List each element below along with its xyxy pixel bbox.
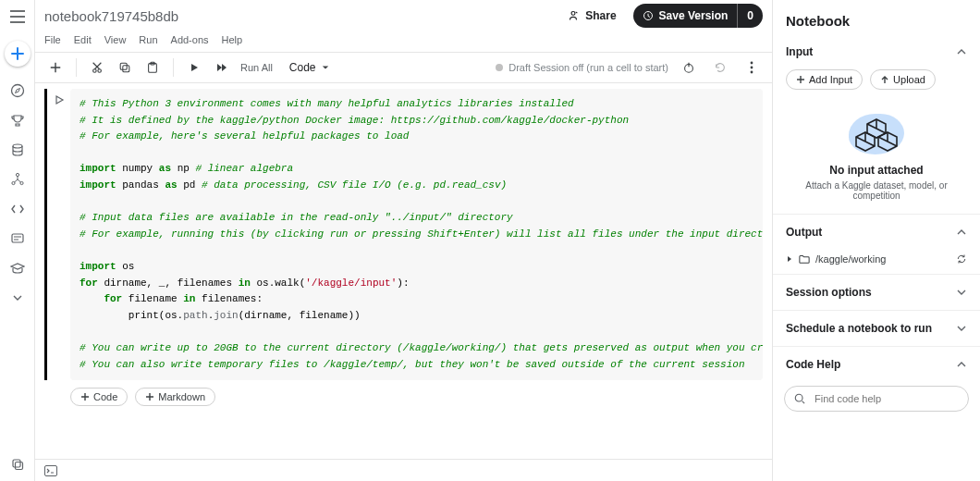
- menu-edit[interactable]: Edit: [74, 34, 92, 45]
- chevron-up-icon: [956, 359, 967, 370]
- more-button[interactable]: [741, 56, 763, 79]
- boxes-icon: [849, 114, 904, 154]
- power-button[interactable]: [678, 56, 700, 79]
- menu-addons[interactable]: Add-ons: [171, 34, 209, 45]
- add-code-cell-button[interactable]: Code: [70, 388, 128, 406]
- add-markdown-label: Markdown: [158, 391, 205, 402]
- svg-point-1: [13, 144, 22, 148]
- menu-view[interactable]: View: [104, 34, 127, 45]
- svg-rect-6: [13, 460, 20, 467]
- svg-point-21: [795, 394, 802, 401]
- create-button[interactable]: [5, 41, 31, 67]
- hamburger-menu[interactable]: [6, 6, 29, 28]
- code-icon[interactable]: [6, 198, 29, 220]
- caret-right-icon: [786, 255, 793, 263]
- network-icon[interactable]: [6, 168, 29, 191]
- menu-file[interactable]: File: [44, 34, 61, 45]
- code-body[interactable]: # This Python 3 environment comes with m…: [70, 89, 763, 380]
- svg-rect-5: [12, 234, 23, 242]
- menu-help[interactable]: Help: [222, 34, 243, 45]
- svg-point-10: [93, 69, 97, 73]
- refresh-output-button[interactable]: [956, 253, 967, 265]
- svg-point-2: [16, 173, 18, 176]
- chevron-down-icon[interactable]: [6, 287, 29, 309]
- output-folder-item[interactable]: /kaggle/working: [786, 253, 886, 265]
- share-button[interactable]: Share: [559, 6, 623, 26]
- no-input-title: No input attached: [829, 164, 923, 177]
- chevron-down-icon: [956, 323, 967, 334]
- share-label: Share: [585, 9, 616, 22]
- restart-button[interactable]: [709, 56, 731, 79]
- svg-point-18: [751, 67, 753, 69]
- run-cell-icon[interactable]: [54, 94, 65, 380]
- save-version-button[interactable]: Save Version 0: [633, 4, 763, 28]
- session-options-label: Session options: [786, 286, 872, 299]
- output-title-label: Output: [786, 226, 822, 239]
- menu-run[interactable]: Run: [139, 34, 157, 45]
- run-cell-button[interactable]: [183, 56, 205, 79]
- cut-button[interactable]: [86, 56, 108, 79]
- compass-icon[interactable]: [6, 80, 29, 102]
- history-icon: [643, 10, 654, 21]
- input-section-header[interactable]: Input: [773, 36, 980, 64]
- svg-rect-13: [123, 66, 129, 72]
- chevron-down-icon: [956, 287, 967, 298]
- database-icon[interactable]: [6, 139, 29, 161]
- svg-rect-20: [45, 465, 57, 475]
- add-markdown-cell-button[interactable]: Markdown: [135, 388, 215, 406]
- copy-button[interactable]: [114, 56, 136, 79]
- learn-icon[interactable]: [6, 257, 29, 279]
- add-input-label: Add Input: [809, 74, 852, 85]
- code-help-label: Code Help: [786, 358, 840, 371]
- code-help-header[interactable]: Code Help: [773, 346, 980, 382]
- session-status: Draft Session off (run a cell to start): [496, 62, 668, 73]
- cell-type-dropdown[interactable]: Code: [284, 59, 335, 76]
- input-title-label: Input: [786, 45, 813, 58]
- status-dot-icon: [496, 64, 503, 71]
- session-options-header[interactable]: Session options: [773, 274, 980, 310]
- menu-bar: File Edit View Run Add-ons Help: [35, 31, 772, 48]
- insert-cell-button[interactable]: [44, 56, 67, 79]
- share-icon: [567, 9, 580, 22]
- svg-point-8: [571, 11, 575, 15]
- svg-point-17: [751, 62, 753, 65]
- folder-icon: [799, 253, 810, 265]
- code-help-input[interactable]: [813, 392, 959, 405]
- trophy-icon[interactable]: [6, 109, 29, 131]
- schedule-label: Schedule a notebook to run: [786, 322, 932, 335]
- chevron-up-icon: [956, 46, 967, 57]
- add-input-button[interactable]: Add Input: [786, 69, 863, 90]
- svg-point-0: [11, 85, 23, 97]
- session-status-text: Draft Session off (run a cell to start): [508, 62, 668, 73]
- svg-point-19: [751, 71, 753, 74]
- upload-button[interactable]: Upload: [870, 69, 936, 90]
- cell-type-label: Code: [289, 61, 316, 74]
- forum-icon[interactable]: [6, 228, 29, 250]
- code-cell[interactable]: # This Python 3 environment comes with m…: [44, 89, 763, 380]
- terminal-icon[interactable]: [44, 465, 57, 476]
- no-input-sub: Attach a Kaggle dataset, model, or compe…: [786, 180, 967, 201]
- run-all-button[interactable]: [211, 56, 233, 79]
- copy-icon[interactable]: [6, 453, 29, 475]
- caret-down-icon: [322, 64, 329, 71]
- version-count: 0: [737, 4, 763, 28]
- run-all-label: Run All: [240, 62, 273, 73]
- chevron-up-icon: [956, 227, 967, 238]
- svg-rect-7: [16, 462, 23, 470]
- output-folder-path: /kaggle/working: [815, 253, 886, 265]
- paste-button[interactable]: [141, 56, 164, 79]
- right-panel-header: Notebook: [773, 0, 980, 36]
- output-section-header[interactable]: Output: [773, 214, 980, 250]
- save-version-label: Save Version: [659, 9, 729, 22]
- notebook-title[interactable]: notebook719745b8db: [44, 8, 178, 24]
- schedule-section-header[interactable]: Schedule a notebook to run: [773, 310, 980, 346]
- search-icon: [794, 393, 805, 404]
- add-code-label: Code: [93, 391, 117, 402]
- upload-label: Upload: [893, 74, 925, 85]
- code-help-search[interactable]: [784, 386, 969, 412]
- svg-point-11: [98, 69, 102, 73]
- svg-rect-12: [120, 63, 127, 69]
